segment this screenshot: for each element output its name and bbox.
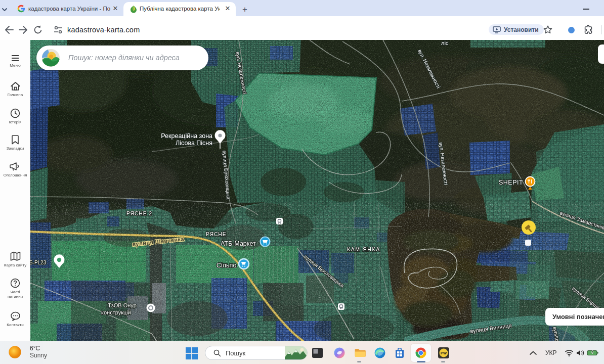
svg-text:КАМ ЯНКА: КАМ ЯНКА — [347, 246, 380, 252]
svg-text:АТБ-Маркет: АТБ-Маркет — [221, 240, 256, 247]
svg-text:конструкцій: конструкцій — [101, 309, 131, 315]
svg-text:РЯСНЕ 2: РЯСНЕ 2 — [126, 210, 152, 216]
svg-text:Сільпо: Сільпо — [217, 262, 236, 269]
svg-text:PW: PW — [441, 351, 447, 355]
svg-text:Б-PL23: Б-PL23 — [30, 260, 47, 265]
svg-text:Лісова Пісня: Лісова Пісня — [176, 140, 212, 147]
svg-text:ТзОВ Онур: ТзОВ Онур — [108, 302, 137, 308]
svg-text:ліс: ліс — [441, 40, 449, 46]
svg-text:Рекреаційна зона: Рекреаційна зона — [161, 132, 212, 140]
svg-text:РЯСНЕ: РЯСНЕ — [206, 231, 227, 237]
svg-text:SHEPIT: SHEPIT — [499, 179, 523, 186]
